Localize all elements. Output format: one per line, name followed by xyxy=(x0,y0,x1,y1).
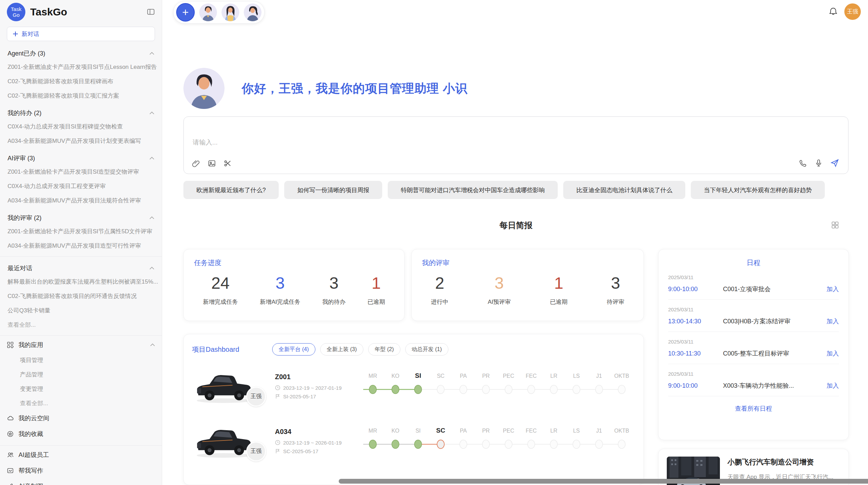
svg-text:PR: PR xyxy=(482,373,490,379)
section-recent-chats[interactable]: 最近对话 xyxy=(0,258,162,274)
section-title: 最近对话 xyxy=(8,264,149,272)
join-meeting-link[interactable]: 加入 xyxy=(827,317,839,325)
schedule-card: 日程 2025/03/11 9:00-10:00 C001-立项审批会 加入 2… xyxy=(658,249,849,440)
stat-value: 1 xyxy=(550,274,567,293)
svg-text:LS: LS xyxy=(573,428,580,434)
plus-icon xyxy=(13,31,18,37)
favorites-label: 我的收藏 xyxy=(19,430,155,438)
section-ai-review[interactable]: AI评审 (3) xyxy=(0,148,162,164)
schedule-meeting-title: C001-立项审批会 xyxy=(723,285,827,293)
sidebar: Task Go TaskGo 新对话 Agent已办 (3) Z001-全新燃油… xyxy=(0,0,162,485)
suggestion-chip[interactable]: 当下年轻人对汽车外观有怎样的喜好趋势 xyxy=(691,181,825,199)
dashboard-title: 项目Dashboard xyxy=(192,345,239,354)
section-agent-done[interactable]: Agent已办 (3) xyxy=(0,43,162,60)
sidebar-item-help-write[interactable]: 帮我写作 xyxy=(0,463,162,478)
view-all-apps[interactable]: 查看全部... xyxy=(0,396,162,410)
image-icon[interactable] xyxy=(208,159,216,167)
stat-label: 我的待办 xyxy=(322,298,346,306)
agent-avatar[interactable] xyxy=(199,3,217,21)
chevron-up-icon xyxy=(149,52,154,55)
project-row[interactable]: 王强 Z001 2023-12-19 ~ 2027-01-19 SI-2025-… xyxy=(184,357,643,412)
stat-new-done: 24 新增完成任务 xyxy=(203,274,238,306)
sidebar-item-project-mgmt[interactable]: 项目管理 xyxy=(0,353,162,367)
suggestion-chips: 欧洲新规最近颁布了什么? 如何写一份清晰的项目周报 特朗普可能对进口汽车增税会对… xyxy=(183,181,851,199)
sidebar-item[interactable]: Z001-全新燃油轻卡产品开发项目SI节点属性5D文件评审 xyxy=(0,224,162,238)
tab-new-body[interactable]: 全新上装 (3) xyxy=(320,343,363,356)
scissors-icon[interactable] xyxy=(224,159,232,167)
svg-text:SI: SI xyxy=(415,428,421,434)
suggestion-chip[interactable]: 欧洲新规最近颁布了什么? xyxy=(183,181,279,199)
sidebar-item[interactable]: Z001-全新燃油皮卡产品开发项目SI节点Lesson Learn报告 xyxy=(0,60,162,74)
schedule-entry: 2025/03/11 10:30-11:30 C005-整车工程目标评审 加入 xyxy=(668,332,839,364)
chat-input-box[interactable]: 请输入... xyxy=(183,116,848,174)
sidebar-header: Task Go TaskGo xyxy=(0,0,162,24)
section-my-todo[interactable]: 我的待办 (2) xyxy=(0,103,162,119)
suggestion-chip[interactable]: 如何写一份清晰的项目周报 xyxy=(284,181,382,199)
join-meeting-link[interactable]: 加入 xyxy=(827,349,839,358)
tab-year-model[interactable]: 年型 (2) xyxy=(368,343,400,356)
join-meeting-link[interactable]: 加入 xyxy=(827,285,839,293)
project-owner-badge: 王强 xyxy=(246,387,266,407)
join-meeting-link[interactable]: 加入 xyxy=(827,382,839,390)
svg-text:SC: SC xyxy=(436,427,445,434)
logo-text-bottom: Go xyxy=(13,12,20,18)
agent-avatar[interactable] xyxy=(221,3,239,21)
sidebar-item[interactable]: C0X4-动力总成开发项目工程变更评审 xyxy=(0,179,162,193)
layout-grid-icon[interactable] xyxy=(831,221,839,229)
chevron-up-icon xyxy=(149,112,154,114)
sidebar-item-product-mgmt[interactable]: 产品管理 xyxy=(0,367,162,382)
send-icon[interactable] xyxy=(830,159,839,167)
stat-label: 进行中 xyxy=(431,298,448,306)
add-agent-button[interactable] xyxy=(176,3,195,22)
stat-label: 已逾期 xyxy=(550,298,567,306)
attachment-icon[interactable] xyxy=(192,159,200,167)
pen-icon xyxy=(7,483,14,485)
sidebar-item[interactable]: C0X4-动力总成开发项目SI里程碑提交物检查 xyxy=(0,119,162,134)
chevron-up-icon xyxy=(150,344,155,346)
project-row[interactable]: 王强 A034 2023-12-19 ~ 2026-01-19 SC-2025-… xyxy=(184,412,643,467)
sidebar-item-creative-draw[interactable]: 创意制图 xyxy=(0,478,162,485)
sidebar-item[interactable]: A034-全新新能源MUV产品开发项目法规符合性评审 xyxy=(0,193,162,208)
clock-icon xyxy=(275,440,280,445)
sidebar-item[interactable]: 公司Q3轻卡销量 xyxy=(0,303,162,318)
milestone-timeline: MR KO SI SC PA PR PEC FEC LR LS J1 OKTB xyxy=(357,370,637,402)
view-all-chats[interactable]: 查看全部... xyxy=(0,318,162,332)
sidebar-item[interactable]: A034-全新新能源MUV产品开发项目计划变更表编写 xyxy=(0,134,162,148)
new-chat-button[interactable]: 新对话 xyxy=(7,27,155,41)
app-logo: Task Go xyxy=(7,3,25,21)
sidebar-item-change-mgmt[interactable]: 变更管理 xyxy=(0,382,162,396)
suggestion-chip[interactable]: 特朗普可能对进口汽车增税会对中国车企造成哪些影响 xyxy=(388,181,558,199)
notification-bell-icon[interactable] xyxy=(829,7,838,16)
sidebar-item-cloud-space[interactable]: 我的云空间 xyxy=(0,410,162,426)
microphone-icon[interactable] xyxy=(815,159,823,167)
sidebar-item[interactable]: A034-全新新能源MUV产品开发项目造型可行性评审 xyxy=(0,238,162,253)
sidebar-item-favorites[interactable]: 我的收藏 xyxy=(0,426,162,442)
agent-avatar[interactable] xyxy=(244,3,262,21)
sidebar-item-ai-staff[interactable]: AI超级员工 xyxy=(0,447,162,463)
view-all-schedule-link[interactable]: 查看所有日程 xyxy=(668,405,839,413)
project-owner-badge: 王强 xyxy=(246,442,266,461)
svg-text:LR: LR xyxy=(550,373,557,379)
phone-call-icon[interactable] xyxy=(799,159,807,167)
schedule-entry: 2025/03/11 9:00-10:00 X003-车辆动力学性能验... 加… xyxy=(668,364,839,396)
app-title: TaskGo xyxy=(30,6,147,18)
sidebar-item[interactable]: C02-飞腾新能源轻客改款项目立项汇报方案 xyxy=(0,88,162,103)
tab-all-new-platform[interactable]: 全新平台 (4) xyxy=(272,343,315,356)
section-my-review[interactable]: 我的评审 (2) xyxy=(0,208,162,224)
sidebar-item[interactable]: 解释最新出台的欧盟报废车法规再生塑料比例被调至15%... xyxy=(0,274,162,289)
sidebar-item-my-apps[interactable]: 我的应用 xyxy=(0,337,162,353)
horizontal-scrollbar[interactable] xyxy=(339,479,868,484)
schedule-meeting-title: X003-车辆动力学性能验... xyxy=(723,382,827,390)
sidebar-item[interactable]: C02-飞腾新能源轻客改款项目里程碑画布 xyxy=(0,74,162,88)
sidebar-item[interactable]: Z001-全新燃油轻卡产品开发项目SI造型提交物评审 xyxy=(0,164,162,179)
sidebar-collapse-icon[interactable] xyxy=(147,8,155,16)
stat-value: 1 xyxy=(367,274,385,293)
logo-text-top: Task xyxy=(11,6,22,12)
tab-powertrain[interactable]: 动总开发 (1) xyxy=(405,343,448,356)
user-avatar[interactable]: 王强 xyxy=(844,3,861,20)
suggestion-chip[interactable]: 比亚迪全固态电池计划具体说了什么 xyxy=(563,181,685,199)
section-title: Agent已办 (3) xyxy=(8,49,149,58)
main-area: 王强 你好，王强，我是你的项目管理助理 小识 请输入... xyxy=(162,0,868,485)
daily-briefing-title: 每日简报 xyxy=(183,219,848,232)
sidebar-item[interactable]: C02-飞腾新能源轻客改款项目的闭环通告反馈情况 xyxy=(0,289,162,303)
